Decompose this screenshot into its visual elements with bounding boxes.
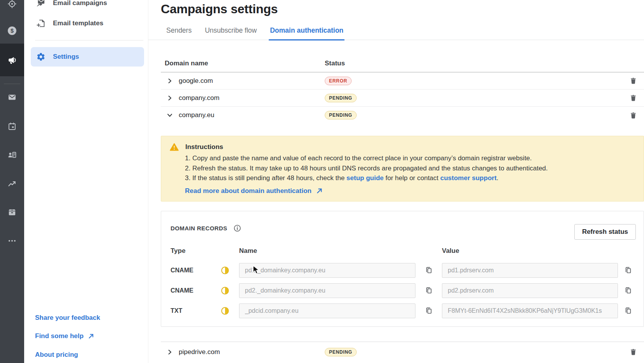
customer-support-link[interactable]: customer support (440, 174, 497, 182)
column-domain-name: Domain name (165, 60, 325, 67)
record-name-field[interactable] (239, 303, 415, 318)
products-icon (7, 207, 17, 217)
gear-icon (36, 52, 46, 61)
email-campaigns-icon (36, 0, 46, 8)
table-row-company-eu: company.eu PENDING (161, 107, 644, 124)
record-row-cname-1: CNAME (171, 260, 644, 281)
rail-item-insights[interactable] (0, 174, 24, 193)
rail-item-products[interactable] (0, 203, 24, 221)
delete-domain-button[interactable] (629, 93, 638, 103)
sidebar-item-settings[interactable]: Settings (31, 47, 144, 67)
collapse-button[interactable] (166, 112, 173, 119)
app-rail: $ (0, 0, 24, 363)
trash-icon (630, 348, 637, 356)
domain-name: company.com (179, 94, 220, 102)
record-name-field[interactable] (239, 263, 415, 278)
campaigns-icon (7, 55, 17, 65)
rail-item-contacts[interactable] (0, 146, 24, 164)
rail-item-calendar[interactable] (0, 117, 24, 136)
find-help-label: Find some help (35, 332, 84, 340)
setup-guide-link[interactable]: setup guide (347, 174, 384, 182)
pending-status-icon (221, 286, 229, 295)
chevron-right-icon (167, 78, 173, 84)
pending-status-icon (221, 307, 229, 315)
main-content: Campaigns settings Senders Unsubscribe f… (148, 0, 644, 363)
status-badge: ERROR (325, 77, 352, 85)
expand-button[interactable] (166, 349, 173, 356)
record-row-cname-2: CNAME (171, 281, 644, 301)
domain-name: company.eu (179, 111, 214, 119)
find-help-link[interactable]: Find some help (35, 331, 94, 342)
record-value-field[interactable] (442, 263, 618, 278)
record-type: CNAME (171, 287, 211, 294)
record-row-txt: TXT (171, 301, 644, 321)
expand-button[interactable] (166, 95, 173, 102)
external-link-icon (88, 333, 94, 339)
rail-item-billing[interactable]: $ (0, 21, 24, 40)
target-icon (7, 0, 17, 9)
about-pricing-label: About pricing (35, 351, 78, 359)
more-icon (7, 236, 17, 246)
insights-icon (7, 179, 17, 188)
trash-icon (630, 94, 637, 102)
info-icon[interactable] (234, 224, 241, 232)
email-templates-icon (36, 19, 46, 28)
contacts-icon (7, 150, 17, 160)
table-row-company-com: company.com PENDING (161, 89, 644, 107)
records-table-header: Type Name Value (171, 246, 644, 256)
delete-domain-button[interactable] (629, 110, 638, 120)
copy-icon[interactable] (424, 306, 433, 315)
external-link-icon (316, 188, 323, 194)
chevron-right-icon (167, 349, 173, 355)
domain-records-title: DOMAIN RECORDS (171, 225, 227, 231)
rail-divider (4, 84, 20, 84)
column-name: Name (239, 247, 415, 255)
status-badge: PENDING (325, 94, 357, 102)
copy-icon[interactable] (624, 266, 633, 275)
delete-domain-button[interactable] (629, 76, 638, 86)
copy-icon[interactable] (424, 286, 433, 295)
copy-icon[interactable] (624, 286, 633, 295)
svg-text:$: $ (11, 28, 14, 34)
copy-icon[interactable] (624, 306, 633, 315)
record-name-field[interactable] (239, 283, 415, 298)
about-pricing-link[interactable]: About pricing (35, 349, 78, 360)
table-row-pipedrive: pipedrive.com PENDING (161, 342, 644, 362)
instruction-step-2: 2. Refresh the status. It may take up to… (185, 163, 634, 174)
record-value-field[interactable] (442, 283, 618, 298)
column-type: Type (171, 247, 211, 255)
tab-bar-rule (148, 40, 644, 40)
rail-item-campaigns[interactable] (0, 44, 24, 76)
status-badge: PENDING (325, 348, 357, 356)
rail-item-mail[interactable] (0, 88, 24, 107)
column-status: Status (325, 60, 622, 67)
chevron-down-icon (167, 112, 173, 118)
delete-domain-button[interactable] (629, 347, 638, 357)
read-more-link[interactable]: Read more about domain authentication (185, 187, 323, 195)
share-feedback-label: Share your feedback (35, 314, 100, 322)
pending-status-icon (221, 266, 229, 275)
sidebar-item-email-campaigns[interactable]: Email campaigns (24, 0, 148, 12)
page-title: Campaigns settings (161, 0, 644, 17)
record-type: CNAME (171, 267, 211, 274)
calendar-icon (7, 122, 17, 131)
rail-item-more[interactable] (0, 231, 24, 250)
refresh-status-button[interactable]: Refresh status (574, 224, 636, 240)
instructions-title: Instructions (185, 143, 223, 151)
expand-button[interactable] (166, 77, 173, 84)
tab-domain-authentication[interactable]: Domain authentication (270, 26, 343, 40)
campaigns-sidebar: Email campaigns Email templates Settings… (24, 0, 148, 363)
trash-icon (630, 77, 637, 85)
copy-icon[interactable] (424, 266, 433, 275)
domain-name: google.com (179, 77, 213, 85)
share-feedback-link[interactable]: Share your feedback (35, 312, 100, 323)
column-value: Value (442, 247, 618, 255)
tab-senders[interactable]: Senders (166, 26, 192, 40)
record-value-field[interactable] (442, 303, 618, 318)
sidebar-item-email-templates[interactable]: Email templates (24, 15, 148, 32)
table-row-google: google.com ERROR (161, 72, 644, 89)
rail-item-target[interactable] (0, 0, 24, 13)
tab-unsubscribe-flow[interactable]: Unsubscribe flow (205, 26, 257, 40)
domain-records-card: DOMAIN RECORDS Refresh status Type Name … (161, 211, 644, 327)
instruction-step-1: 1. Copy and paste the name and value of … (185, 153, 634, 163)
